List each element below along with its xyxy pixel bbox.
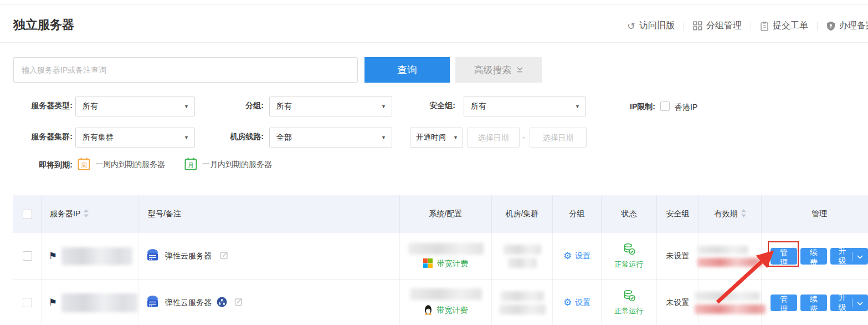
blurred-cluster [499, 304, 546, 314]
flag-icon: ⚑ [49, 251, 57, 261]
flag-icon: ⚑ [49, 298, 57, 307]
select-caret-icon: ▼ [381, 135, 386, 140]
shield-icon [826, 21, 835, 31]
col-status: 状态 [622, 209, 637, 219]
upgrade-chevron-icon[interactable] [857, 298, 863, 307]
group-setting-link[interactable]: ⚙ 设置 [563, 251, 590, 261]
date-range-separator: - [522, 133, 525, 142]
select-caret-icon: ▼ [575, 104, 580, 109]
search-input[interactable] [13, 57, 358, 83]
blurred-validity-date [697, 246, 748, 254]
server-type-label: 服务器类型: [11, 101, 73, 111]
chevron-down-icon [516, 64, 523, 75]
blurred-config [410, 288, 482, 300]
date-start-input[interactable] [467, 128, 520, 148]
server-type-value: 所有 [83, 101, 98, 111]
advanced-search-button[interactable]: 高级搜索 [455, 57, 542, 83]
refresh-icon: ↺ [627, 21, 635, 31]
time-type-value: 开通时间 [416, 133, 446, 143]
col-validity: 有效期 [715, 209, 738, 219]
col-security: 安全组 [666, 209, 690, 219]
blurred-validity-warning [697, 258, 763, 267]
link-legacy-label: 访问旧版 [639, 20, 675, 32]
edit-remark-icon[interactable] [220, 251, 229, 261]
dedicated-server-page: 独立服务器 ↺ 访问旧版 分组管理 提交工单 办理备案 [0, 0, 868, 325]
group-setting-label: 设置 [575, 298, 590, 308]
line-label: 机房线路: [210, 132, 264, 142]
link-group-manage-label: 分组管理 [706, 20, 742, 32]
table-header: 服务器IP 型号/备注 系统/配置 机房/集群 分组 状态 安全组 有效期 管理 [13, 195, 868, 233]
link-filing[interactable]: 办理备案 [826, 20, 868, 32]
server-model: 弹性云服务器 [165, 298, 212, 308]
upgrade-button[interactable]: 升级 [830, 248, 868, 265]
renew-button[interactable]: 续费 [800, 248, 827, 265]
server-model: 弹性云服务器 [165, 251, 212, 261]
upgrade-button[interactable]: 升级 [830, 294, 868, 311]
col-manage: 管理 [811, 209, 827, 219]
link-submit-ticket-label: 提交工单 [773, 20, 808, 32]
server-row-1: ⚑ 弹性云服务器 [13, 233, 868, 280]
line-select[interactable]: 全部▼ [269, 128, 392, 148]
sort-icon[interactable] [741, 209, 746, 219]
line-value: 全部 [276, 133, 292, 143]
status-text: 正常运行 [615, 260, 644, 270]
blurred-validity-date [695, 292, 760, 301]
group-setting-link[interactable]: ⚙ 设置 [563, 298, 590, 308]
select-caret-icon: ▼ [184, 104, 189, 109]
group-filter-label: 分组: [210, 101, 264, 111]
server-type-select[interactable]: 所有▼ [75, 97, 195, 116]
search-button[interactable]: 查询 [364, 57, 450, 83]
grid-icon [693, 21, 702, 31]
upgrade-label: 升级 [837, 293, 848, 313]
windows-icon [423, 258, 433, 270]
gear-icon: ⚙ [563, 251, 572, 261]
expiring-week-filter[interactable]: 周 一周内到期的服务器 [78, 157, 165, 172]
link-legacy-version[interactable]: ↺ 访问旧版 [627, 20, 675, 32]
time-type-select[interactable]: 开通时间▼ [410, 128, 463, 148]
sort-icon[interactable] [84, 209, 89, 219]
col-server-ip: 服务器IP [50, 209, 80, 219]
link-submit-ticket[interactable]: 提交工单 [760, 20, 808, 32]
cluster-select[interactable]: 所有集群▼ [75, 128, 195, 148]
expiring-month-filter[interactable]: 月 一月内到期的服务器 [184, 157, 272, 172]
status-running-icon [623, 289, 636, 304]
select-all-checkbox[interactable] [23, 210, 32, 219]
group-select[interactable]: 所有▼ [269, 97, 392, 116]
blurred-cluster [508, 258, 537, 268]
button-divider [852, 252, 852, 261]
cluster-value: 所有集群 [83, 133, 114, 143]
row-checkbox[interactable] [23, 251, 32, 261]
blurred-room [501, 291, 544, 301]
security-group-value: 未设置 [666, 298, 690, 308]
date-end-input[interactable] [530, 128, 587, 148]
renew-button[interactable]: 续费 [800, 294, 827, 311]
blurred-server-ip [61, 247, 132, 265]
security-group-select[interactable]: 所有▼ [464, 97, 586, 116]
col-room: 机房/集群 [506, 209, 539, 219]
advanced-search-label: 高级搜索 [474, 64, 512, 77]
cluster-badge-icon [217, 297, 227, 309]
blurred-room [504, 245, 541, 255]
expiring-label: 即将到期: [11, 160, 73, 170]
top-divider [0, 4, 868, 5]
edit-remark-icon[interactable] [234, 297, 243, 308]
hongkong-ip-checkbox[interactable] [660, 101, 670, 111]
gear-icon: ⚙ [563, 298, 572, 307]
svg-text:周: 周 [81, 162, 87, 169]
security-group-label: 安全组: [410, 101, 455, 111]
link-separator [817, 22, 818, 31]
link-separator [751, 22, 751, 31]
cloud-server-icon [145, 248, 160, 264]
select-caret-icon: ▼ [381, 104, 386, 109]
select-caret-icon: ▼ [184, 135, 189, 140]
manage-button[interactable]: 管理 [771, 294, 797, 311]
server-table: 服务器IP 型号/备注 系统/配置 机房/集群 分组 状态 安全组 有效期 管理… [13, 195, 868, 325]
blurred-server-ip [61, 293, 138, 312]
row-checkbox[interactable] [23, 298, 32, 307]
link-group-manage[interactable]: 分组管理 [693, 20, 742, 32]
upgrade-chevron-icon[interactable] [857, 252, 863, 261]
group-filter-value: 所有 [276, 101, 292, 111]
upgrade-label: 升级 [837, 246, 848, 266]
expiring-week-text: 一周内到期的服务器 [95, 160, 165, 170]
manage-button[interactable]: 管理 [771, 248, 797, 265]
